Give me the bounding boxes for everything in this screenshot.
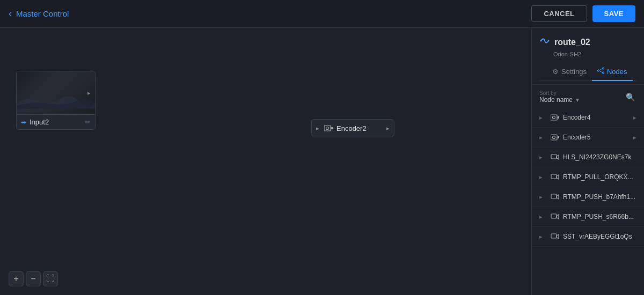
route-subtitle-label: Orion-SH2 <box>553 51 636 57</box>
tab-settings[interactable]: ⚙ Settings <box>547 63 592 81</box>
list-item-encoder-icon <box>550 113 560 122</box>
save-button[interactable]: SAVE <box>592 5 635 22</box>
list-item-stream-icon <box>550 172 560 182</box>
fit-screen-button[interactable]: ⛶ <box>43 271 58 286</box>
list-item-chevron-icon: ▸ <box>539 154 547 161</box>
right-panel: route_02 Orion-SH2 ⚙ Settings <box>531 28 644 295</box>
list-item-arrow-icon: ▸ <box>633 114 636 121</box>
list-item-stream-icon <box>550 212 560 222</box>
page-title[interactable]: Master Control <box>16 9 69 18</box>
input-thumbnail: ▸ <box>17 71 95 114</box>
input-node-label: Input2 <box>30 118 49 126</box>
list-item-chevron-icon: ▸ <box>539 174 547 181</box>
route-name-label: route_02 <box>554 38 590 47</box>
sort-value-row[interactable]: Node name ▼ <box>539 96 580 104</box>
svg-point-1 <box>326 127 329 130</box>
encoder2-type-icon <box>324 123 333 133</box>
list-item-name: HLS_NI2423ZG0NEs7k <box>563 153 636 161</box>
main-area: ▸ ➡ Input2 ✏ ▸ Encoder2 ▸ <box>0 28 644 295</box>
topbar: ‹ Master Control CANCEL SAVE <box>0 0 644 28</box>
nodes-tab-icon <box>597 67 604 76</box>
encoder2-right-arrow-icon[interactable]: ▸ <box>382 122 394 134</box>
list-item-chevron-icon: ▸ <box>539 194 547 201</box>
panel-tabs: ⚙ Settings Nodes <box>539 63 636 81</box>
svg-rect-16 <box>551 154 557 159</box>
encoder2-node-label: Encoder2 <box>333 124 382 132</box>
list-item-name: RTMP_PUSH_s6R66b... <box>563 213 636 220</box>
input-node-edit-icon[interactable]: ✏ <box>85 118 91 126</box>
zoom-in-button[interactable]: + <box>9 271 24 286</box>
svg-point-7 <box>602 72 604 73</box>
sort-label-area: Sort by Node name ▼ <box>539 90 580 104</box>
list-item-name: SST_vrAEByEGGt1oQs <box>563 233 636 240</box>
route-icon <box>539 35 550 49</box>
sort-chevron-icon: ▼ <box>575 97 580 103</box>
tab-nodes[interactable]: Nodes <box>592 63 633 81</box>
svg-rect-10 <box>551 115 557 120</box>
search-nodes-button[interactable]: 🔍 <box>624 91 636 104</box>
canvas-node-input2[interactable]: ▸ ➡ Input2 ✏ <box>16 71 96 130</box>
list-item-stream-icon <box>550 232 560 241</box>
svg-point-5 <box>597 70 599 71</box>
list-item-name: Encoder5 <box>563 134 630 141</box>
list-item-name: Encoder4 <box>563 114 630 121</box>
list-item-chevron-icon: ▸ <box>539 213 547 220</box>
settings-tab-icon: ⚙ <box>552 68 559 76</box>
route-name-row: route_02 <box>539 35 636 49</box>
list-item-name: RTMP_PULL_ORQKX... <box>563 173 636 181</box>
list-item-chevron-icon: ▸ <box>539 233 547 240</box>
input-node-label-row: ➡ Input2 <box>21 118 49 126</box>
sort-bar: Sort by Node name ▼ 🔍 <box>532 85 644 106</box>
canvas-controls: + − ⛶ <box>9 271 58 286</box>
svg-point-4 <box>548 40 550 42</box>
list-item[interactable]: ▸ Encoder5 ▸ <box>532 128 644 148</box>
input-node-bottom: ➡ Input2 ✏ <box>17 114 95 129</box>
list-item-name: RTMP_PUSH_b7Ahfh1... <box>563 193 636 201</box>
list-item-encoder-icon <box>550 132 560 142</box>
list-item[interactable]: ▸ HLS_NI2423ZG0NEs7k <box>532 148 644 167</box>
svg-rect-20 <box>551 234 557 238</box>
svg-rect-12 <box>558 116 559 119</box>
svg-line-8 <box>599 69 602 70</box>
svg-rect-15 <box>558 136 559 138</box>
encoder2-expand-icon[interactable]: ▸ <box>312 122 324 134</box>
zoom-out-button[interactable]: − <box>26 271 41 286</box>
list-item-stream-icon <box>550 192 560 202</box>
list-item[interactable]: ▸ Encoder4 ▸ <box>532 108 644 128</box>
svg-rect-0 <box>324 126 331 131</box>
svg-rect-19 <box>551 214 557 218</box>
svg-rect-2 <box>331 127 333 129</box>
list-item-chevron-icon: ▸ <box>539 134 547 141</box>
sort-by-text: Sort by <box>539 90 580 96</box>
thumbnail-expand-icon[interactable]: ▸ <box>87 90 91 97</box>
svg-rect-17 <box>551 174 557 179</box>
svg-point-11 <box>553 116 555 119</box>
canvas-node-encoder2[interactable]: ▸ Encoder2 ▸ <box>311 119 394 137</box>
svg-point-14 <box>553 136 555 139</box>
nodes-list[interactable]: ▸ Encoder4 ▸ ▸ <box>532 106 644 295</box>
settings-tab-label: Settings <box>561 68 587 76</box>
list-item[interactable]: ▸ RTMP_PULL_ORQKX... <box>532 167 644 187</box>
svg-point-6 <box>602 68 604 69</box>
panel-header: route_02 Orion-SH2 ⚙ Settings <box>532 28 644 85</box>
sort-value-label: Node name <box>539 96 573 104</box>
list-item-stream-icon <box>550 152 560 162</box>
svg-line-9 <box>599 71 602 72</box>
list-item[interactable]: ▸ SST_vrAEByEGGt1oQs <box>532 227 644 247</box>
canvas-area[interactable]: ▸ ➡ Input2 ✏ ▸ Encoder2 ▸ <box>0 28 531 295</box>
svg-rect-18 <box>551 194 557 198</box>
topbar-actions: CANCEL SAVE <box>531 5 635 22</box>
list-item[interactable]: ▸ RTMP_PUSH_b7Ahfh1... <box>532 187 644 207</box>
back-icon[interactable]: ‹ <box>9 8 12 19</box>
list-item-arrow-icon: ▸ <box>633 134 636 141</box>
list-item-chevron-icon: ▸ <box>539 114 547 121</box>
input-arrow-icon: ➡ <box>21 119 26 126</box>
svg-rect-13 <box>551 135 557 140</box>
topbar-left: ‹ Master Control <box>9 8 69 19</box>
nodes-tab-label: Nodes <box>607 68 627 76</box>
svg-point-3 <box>540 40 542 42</box>
cancel-button[interactable]: CANCEL <box>531 5 587 22</box>
list-item[interactable]: ▸ RTMP_PUSH_s6R66b... <box>532 207 644 227</box>
